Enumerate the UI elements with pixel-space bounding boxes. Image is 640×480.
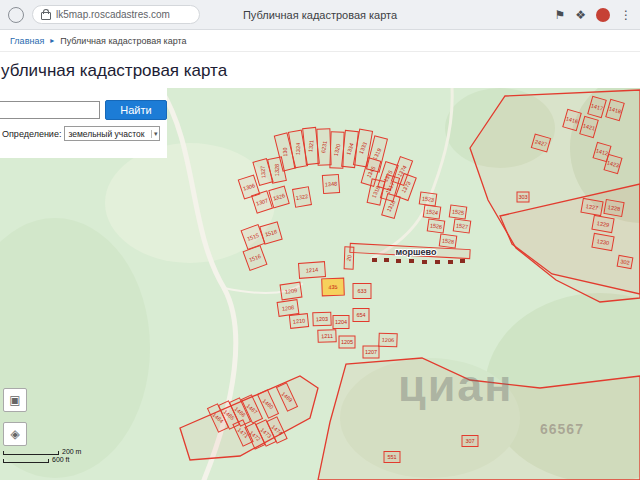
layers-icon: ◈	[10, 427, 19, 441]
scale-metric-label: 200 m	[62, 448, 81, 455]
map-container: 1301324132162311320133413331319134513751…	[0, 88, 640, 480]
breadcrumb-separator-icon: ▸	[50, 36, 54, 45]
frame-icon: ▣	[9, 393, 20, 407]
svg-text:1328: 1328	[274, 164, 280, 176]
browser-toolbar: lk5map.roscadastres.com Публичная кадаст…	[0, 0, 640, 30]
watermark-number: 66567	[540, 421, 584, 437]
parcel-1227[interactable]: 1227	[581, 198, 603, 215]
parcel-1516[interactable]: 1516	[243, 246, 267, 271]
parcel-1526[interactable]: 1526	[427, 219, 445, 233]
menu-icon[interactable]: ⋮	[620, 9, 632, 21]
place-label: моршево	[396, 247, 437, 257]
breadcrumb: Главная ▸ Публичная кадастровая карта	[0, 30, 640, 52]
parcel-1214[interactable]: 1214	[299, 262, 326, 279]
svg-text:1203: 1203	[316, 316, 328, 322]
page-title: убличная кадастровая карта	[0, 52, 640, 81]
parcel-1211[interactable]: 1211	[318, 330, 336, 343]
parcel-307[interactable]: 307	[462, 436, 478, 447]
search-panel: Найти Определение: земельный участок ▾	[0, 88, 167, 158]
watermark-brand: циан	[398, 360, 514, 412]
parcel-1524[interactable]: 1524	[423, 205, 441, 219]
svg-text:1210: 1210	[293, 317, 306, 324]
parcel-302[interactable]: 302	[617, 255, 633, 268]
parcel-1525[interactable]: 1525	[449, 205, 467, 219]
lock-icon	[41, 12, 51, 20]
parcel-1322[interactable]: 1322	[293, 187, 312, 208]
parcel-435[interactable]: 435	[322, 278, 345, 296]
page-header: убличная кадастровая карта	[0, 52, 640, 88]
svg-text:1204: 1204	[335, 319, 347, 325]
svg-text:1324: 1324	[295, 143, 301, 155]
bookmark-icon[interactable]: ⚑	[554, 9, 565, 21]
svg-text:1205: 1205	[341, 339, 353, 345]
object-type-select[interactable]: земельный участок ▾	[64, 126, 160, 141]
parcel-1209[interactable]: 1209	[280, 282, 302, 300]
svg-text:654: 654	[356, 312, 365, 318]
extensions-icon[interactable]: ❖	[575, 9, 586, 21]
svg-text:1211: 1211	[321, 333, 333, 339]
svg-text:307: 307	[465, 438, 474, 444]
svg-text:1207: 1207	[365, 349, 377, 355]
breadcrumb-home-link[interactable]: Главная	[10, 36, 44, 46]
profile-avatar[interactable]	[596, 8, 610, 22]
svg-text:435: 435	[328, 284, 337, 290]
parcel-303[interactable]: 303	[517, 192, 529, 202]
parcel-1528[interactable]: 1528	[439, 234, 457, 248]
svg-text:551: 551	[387, 454, 396, 460]
parcel-1348[interactable]: 1348	[322, 174, 339, 193]
scale-bar-metric	[3, 451, 59, 455]
history-icon[interactable]	[8, 7, 24, 23]
scale-bar-imperial	[3, 459, 49, 463]
map-tool-layers-button[interactable]: ◈	[3, 422, 27, 446]
parcel-633[interactable]: 633	[353, 284, 371, 299]
parcel-1228[interactable]: 1228	[604, 200, 624, 217]
parcel-6231[interactable]: 6231	[317, 129, 331, 165]
svg-text:633: 633	[357, 288, 366, 294]
svg-text:1321: 1321	[307, 140, 314, 153]
map-tool-frame-button[interactable]: ▣	[3, 388, 27, 412]
parcel-1523[interactable]: 1523	[419, 192, 437, 206]
chevron-down-icon: ▾	[151, 130, 158, 138]
parcel-1229[interactable]: 1229	[592, 215, 614, 232]
parcel-1203[interactable]: 1203	[313, 312, 331, 326]
parcel-551[interactable]: 551	[384, 452, 400, 463]
breadcrumb-current: Публичная кадастровая карта	[60, 36, 186, 46]
svg-text:303: 303	[518, 194, 527, 200]
parcel-1230[interactable]: 1230	[592, 233, 614, 250]
parcel-1206[interactable]: 1206	[379, 333, 397, 347]
url-text: lk5map.roscadastres.com	[56, 9, 170, 20]
object-type-value: земельный участок	[68, 129, 144, 139]
parcel-654[interactable]: 654	[353, 309, 369, 322]
parcel-1208[interactable]: 1208	[277, 300, 299, 317]
scale-imperial-label: 600 ft	[52, 456, 70, 463]
filter-label: Определение:	[2, 129, 61, 139]
svg-text:130: 130	[282, 147, 288, 156]
search-input[interactable]	[0, 101, 100, 119]
svg-text:1348: 1348	[325, 181, 338, 188]
svg-text:1214: 1214	[306, 267, 319, 274]
scale-bar: 200 m 600 ft	[3, 448, 81, 464]
svg-text:1206: 1206	[382, 337, 394, 343]
svg-text:1327: 1327	[260, 166, 267, 179]
address-bar[interactable]: lk5map.roscadastres.com	[32, 5, 200, 24]
search-button[interactable]: Найти	[105, 100, 167, 120]
parcel-1205[interactable]: 1205	[339, 336, 355, 348]
parcel-1204[interactable]: 1204	[333, 316, 349, 329]
parcel-1207[interactable]: 1207	[363, 346, 379, 358]
parcel-1527[interactable]: 1527	[453, 219, 471, 233]
parcel-1210[interactable]: 1210	[289, 314, 308, 329]
browser-window: lk5map.roscadastres.com Публичная кадаст…	[0, 0, 640, 480]
